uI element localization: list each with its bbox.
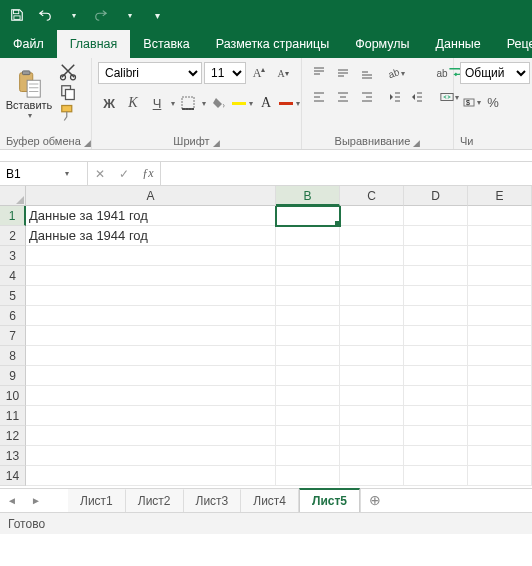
row-header[interactable]: 12 [0,426,26,446]
percent-format-button[interactable]: % [482,91,504,113]
borders-button[interactable] [177,92,199,114]
new-sheet-button[interactable]: ⊕ [360,489,388,512]
format-painter-button[interactable] [58,104,78,122]
cell-D1[interactable] [404,206,468,226]
align-top-button[interactable] [308,62,330,84]
row-header[interactable]: 13 [0,446,26,466]
align-right-button[interactable] [356,86,378,108]
font-name-select[interactable]: Calibri [98,62,202,84]
cell-B9[interactable] [276,366,340,386]
cell-E7[interactable] [468,326,532,346]
cell-A11[interactable] [26,406,276,426]
cell-E2[interactable] [468,226,532,246]
cell-D5[interactable] [404,286,468,306]
cell-A5[interactable] [26,286,276,306]
cell-E6[interactable] [468,306,532,326]
cell-E1[interactable] [468,206,532,226]
cell-C3[interactable] [340,246,404,266]
cell-A12[interactable] [26,426,276,446]
cell-B5[interactable] [276,286,340,306]
cell-B14[interactable] [276,466,340,486]
orientation-button[interactable]: ab▾ [384,62,406,84]
cell-D3[interactable] [404,246,468,266]
row-header[interactable]: 5 [0,286,26,306]
cell-D10[interactable] [404,386,468,406]
select-all-button[interactable] [0,186,26,206]
cell-D11[interactable] [404,406,468,426]
sheet-tab[interactable]: Лист5 [299,488,360,512]
cell-D8[interactable] [404,346,468,366]
cell-A2[interactable]: Данные за 1944 год [26,226,276,246]
cell-B12[interactable] [276,426,340,446]
tab-data[interactable]: Данные [423,30,494,58]
tab-insert[interactable]: Вставка [130,30,202,58]
align-middle-button[interactable] [332,62,354,84]
copy-button[interactable] [58,83,78,101]
decrease-font-button[interactable]: A▾ [272,62,294,84]
cell-D2[interactable] [404,226,468,246]
row-header[interactable]: 10 [0,386,26,406]
tab-review[interactable]: Рецен [494,30,532,58]
cell-B4[interactable] [276,266,340,286]
cancel-edit-button[interactable]: ✕ [88,162,112,186]
paste-button[interactable]: Вставить ▾ [6,62,52,126]
tab-home[interactable]: Главная [57,30,131,58]
decrease-indent-button[interactable] [384,86,406,108]
cell-B8[interactable] [276,346,340,366]
cell-C5[interactable] [340,286,404,306]
row-header[interactable]: 8 [0,346,26,366]
dialog-launcher-icon[interactable]: ◢ [84,138,91,148]
cell-E3[interactable] [468,246,532,266]
cell-D6[interactable] [404,306,468,326]
formula-input[interactable] [161,162,532,185]
dialog-launcher-icon[interactable]: ◢ [213,138,220,148]
cell-D4[interactable] [404,266,468,286]
col-header-B[interactable]: B [276,186,340,206]
cell-D14[interactable] [404,466,468,486]
cell-B2[interactable] [276,226,340,246]
chevron-down-icon[interactable]: ▾ [296,99,300,108]
confirm-edit-button[interactable]: ✓ [112,162,136,186]
underline-button[interactable]: Ч [146,92,168,114]
col-header-C[interactable]: C [340,186,404,206]
cell-A3[interactable] [26,246,276,266]
cell-A1[interactable]: Данные за 1941 год [26,206,276,226]
cell-D7[interactable] [404,326,468,346]
cell-A9[interactable] [26,366,276,386]
cell-C1[interactable] [340,206,404,226]
cell-C4[interactable] [340,266,404,286]
align-left-button[interactable] [308,86,330,108]
number-format-select[interactable]: Общий [460,62,530,84]
row-header[interactable]: 2 [0,226,26,246]
tab-file[interactable]: Файл [0,30,57,58]
cell-C8[interactable] [340,346,404,366]
cell-E10[interactable] [468,386,532,406]
cell-C13[interactable] [340,446,404,466]
cell-C2[interactable] [340,226,404,246]
increase-indent-button[interactable] [406,86,428,108]
insert-function-button[interactable]: ƒx [136,162,160,186]
cell-E14[interactable] [468,466,532,486]
col-header-A[interactable]: A [26,186,276,206]
cell-C10[interactable] [340,386,404,406]
cell-A8[interactable] [26,346,276,366]
align-bottom-button[interactable] [356,62,378,84]
undo-dropdown-icon[interactable]: ▾ [60,2,86,28]
italic-button[interactable]: К [122,92,144,114]
cell-B11[interactable] [276,406,340,426]
grid-body[interactable]: 1Данные за 1941 год2Данные за 1944 год34… [0,206,532,488]
cell-D12[interactable] [404,426,468,446]
increase-font-button[interactable]: A▴ [248,62,270,84]
cell-C7[interactable] [340,326,404,346]
sheet-tab[interactable]: Лист1 [68,489,126,512]
cell-A6[interactable] [26,306,276,326]
cell-D13[interactable] [404,446,468,466]
cell-B3[interactable] [276,246,340,266]
cell-E9[interactable] [468,366,532,386]
font-color-button[interactable]: A [255,92,277,114]
row-header[interactable]: 1 [0,206,26,226]
name-box-input[interactable] [6,167,64,181]
cell-B6[interactable] [276,306,340,326]
font-size-select[interactable]: 11 [204,62,246,84]
cell-B1[interactable] [276,206,340,226]
